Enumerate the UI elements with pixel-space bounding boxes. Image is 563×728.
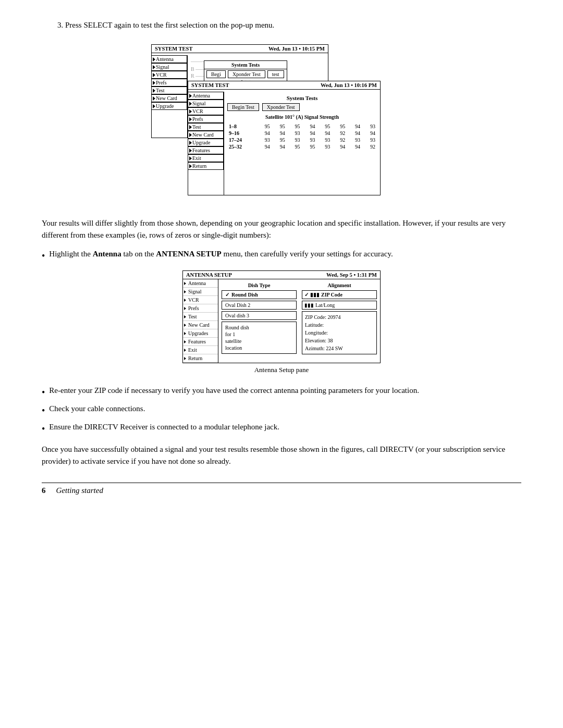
screenshot-area-1: SYSTEM TEST Wed, Jun 13 • 10:15 PM Anten… xyxy=(42,39,521,206)
range-9-16: 9–16 xyxy=(227,130,256,137)
antenna-content: Dish Type ✓ Round Dish Oval Dish 2 Oval … xyxy=(218,279,380,363)
para1: Your results will differ slightly from t… xyxy=(42,217,521,241)
lat-long-btn[interactable]: ▮▮▮ Lat/Long xyxy=(302,301,377,310)
bars-icon: ▮▮▮ xyxy=(310,292,320,298)
range-25-32: 25–32 xyxy=(227,143,256,150)
alignment-column: Alignment ✓ ▮▮▮ ZIP Code ▮▮▮ Lat/Long ZI… xyxy=(302,282,377,355)
ant-sidebar-antenna[interactable]: Antenna xyxy=(183,279,218,288)
lat-long-label: Lat/Long xyxy=(315,302,335,308)
bullet-item-zip: • Re-enter your ZIP code if necessary to… xyxy=(42,385,521,400)
bullet-section-2: • Re-enter your ZIP code if necessary to… xyxy=(42,385,521,436)
win2-sidebar-exit[interactable]: Exit xyxy=(188,154,224,162)
antenna-datetime: Wed, Sep 5 • 1:31 PM xyxy=(326,272,377,278)
ant-sidebar-prefs[interactable]: Prefs xyxy=(183,304,218,313)
ant-sidebar-signal[interactable]: Signal xyxy=(183,288,218,296)
bullet-text-directv: Ensure the DIRECTV Receiver is connected… xyxy=(49,421,279,433)
antenna-titlebar: ANTENNA SETUP Wed, Sep 5 • 1:31 PM xyxy=(183,271,380,279)
lat-long-bars-icon: ▮▮▮ xyxy=(304,302,314,308)
win1-sidebar-vcr[interactable]: VCR xyxy=(152,71,187,79)
round-dish-btn[interactable]: ✓ Round Dish xyxy=(222,290,297,299)
popup-btn-test[interactable]: test xyxy=(267,70,284,78)
win2-sidebar-test[interactable]: Test xyxy=(188,123,224,131)
win1-sidebar-antenna[interactable]: Antenna xyxy=(152,55,187,63)
ant-sidebar-test[interactable]: Test xyxy=(183,313,218,321)
win2-sidebar-newcard[interactable]: New Card xyxy=(188,131,224,139)
win2-content: System Tests Begin Test Xponder Test Sat… xyxy=(224,92,380,195)
win2-sidebar-signal[interactable]: Signal xyxy=(188,100,224,107)
ant-sidebar-vcr[interactable]: VCR xyxy=(183,296,218,304)
alignment-header: Alignment xyxy=(302,282,377,288)
ant-sidebar-return[interactable]: Return xyxy=(183,354,218,363)
popup-buttons: Begi Xponder Test test xyxy=(204,69,287,79)
screenshot-container-1: SYSTEM TEST Wed, Jun 13 • 10:15 PM Anten… xyxy=(146,39,417,206)
ant-sidebar-features[interactable]: Features xyxy=(183,338,218,346)
longitude-info: Longitude: xyxy=(305,329,374,337)
win2-sidebar: Antenna Signal VCR Prefs Test New Card U… xyxy=(188,92,224,170)
bullet-section-1: • Highlight the Antenna tab on the ANTEN… xyxy=(42,248,521,263)
signal-table: 1–8 95959594 95959493 9–16 94949394 9492… xyxy=(227,123,377,150)
win2-begin-test-btn[interactable]: Begin Test xyxy=(227,103,259,111)
oval-dish-2-label: Oval Dish 2 xyxy=(225,302,250,308)
bullet-item-directv: • Ensure the DIRECTV Receiver is connect… xyxy=(42,421,521,436)
win2-sidebar-vcr[interactable]: VCR xyxy=(188,107,224,115)
round-dish-label: Round Dish xyxy=(231,292,258,298)
table-row: 17–24 93959393 93929393 xyxy=(227,137,377,143)
antenna-body: Antenna Signal VCR Prefs Test New Card U… xyxy=(183,279,380,363)
latitude-info: Latitude: xyxy=(305,321,374,329)
zip-code-info: ZIP Code: 20974 xyxy=(305,313,374,321)
win1-sidebar-signal[interactable]: Signal xyxy=(152,63,187,71)
win2-titlebar: SYSTEM TEST Wed, Jun 13 • 10:16 PM xyxy=(188,81,380,90)
page-footer: 6 Getting started xyxy=(42,483,521,495)
win2-sidebar-antenna[interactable]: Antenna xyxy=(188,92,224,100)
bullet-dot-4: • xyxy=(42,422,45,436)
win1-sidebar-upgrade[interactable]: Upgrade xyxy=(152,102,187,110)
zip-check: ✓ xyxy=(304,292,309,298)
oval-dish-2-btn[interactable]: Oval Dish 2 xyxy=(222,301,297,310)
win2-content-title: System Tests xyxy=(227,95,377,101)
bullet-dot-3: • xyxy=(42,404,45,418)
antenna-sidebar: Antenna Signal VCR Prefs Test New Card U… xyxy=(183,279,218,363)
antenna-setup-window: ANTENNA SETUP Wed, Sep 5 • 1:31 PM Anten… xyxy=(182,270,381,363)
step3-text: 3. Press SELECT again to test the first … xyxy=(57,21,521,30)
win1-sidebar-test[interactable]: Test xyxy=(152,87,187,94)
info-box: ZIP Code: 20974 Latitude: Longitude: Ele… xyxy=(302,311,377,354)
win2-sidebar-prefs[interactable]: Prefs xyxy=(188,115,224,123)
table-row: 9–16 94949394 94929494 xyxy=(227,130,377,137)
popup-title: System Tests xyxy=(204,61,287,69)
azimuth-info: Azimuth: 224 SW xyxy=(305,344,374,352)
round-dish-satellite-btn[interactable]: Round dishfor 1satellitelocation xyxy=(222,322,297,354)
bullet-text-zip: Re-enter your ZIP code if necessary to v… xyxy=(49,385,419,397)
win1-sidebar-newcard[interactable]: New Card xyxy=(152,94,187,102)
zip-code-btn[interactable]: ✓ ▮▮▮ ZIP Code xyxy=(302,290,377,299)
win2-xponder-btn[interactable]: Xponder Test xyxy=(262,103,300,111)
zip-code-label: ZIP Code xyxy=(321,292,342,298)
antenna-title: ANTENNA SETUP xyxy=(186,272,232,278)
ant-sidebar-newcard[interactable]: New Card xyxy=(183,321,218,329)
page-number: 6 xyxy=(42,486,46,495)
bullet-text-cable: Check your cable connections. xyxy=(49,403,145,415)
ant-sidebar-exit[interactable]: Exit xyxy=(183,346,218,354)
win1-title: SYSTEM TEST xyxy=(155,46,192,52)
win2-datetime: Wed, Jun 13 • 10:16 PM xyxy=(321,82,377,88)
para2: Once you have successfully obtained a si… xyxy=(42,443,521,467)
popup-btn-begin[interactable]: Begi xyxy=(206,70,226,78)
oval-dish-3-btn[interactable]: Oval dish 3 xyxy=(222,311,297,320)
bullet-item-cable: • Check your cable connections. xyxy=(42,403,521,418)
bullet-text-1: Highlight the Antenna tab on the ANTENNA… xyxy=(49,248,393,260)
win1-datetime: Wed, Jun 13 • 10:15 PM xyxy=(268,46,325,52)
win1-sidebar: Antenna Signal VCR Prefs Test New Card U… xyxy=(152,55,187,110)
win2-sidebar-return[interactable]: Return xyxy=(188,162,224,170)
round-dish-check: ✓ xyxy=(225,292,229,298)
bold-antenna: Antenna xyxy=(93,250,121,258)
antenna-columns: Dish Type ✓ Round Dish Oval Dish 2 Oval … xyxy=(222,282,377,355)
win2-sidebar-features[interactable]: Features xyxy=(188,146,224,154)
ant-sidebar-upgrades[interactable]: Upgrades xyxy=(183,329,218,338)
signal-title: Satellite 101° (A) Signal Strength xyxy=(227,114,377,120)
antenna-caption: Antenna Setup pane xyxy=(254,366,309,374)
range-17-24: 17–24 xyxy=(227,137,256,143)
elevation-info: Elevation: 38 xyxy=(305,337,374,344)
win1-sidebar-prefs[interactable]: Prefs xyxy=(152,79,187,87)
win2-sidebar-upgrade[interactable]: Upgrade xyxy=(188,139,224,146)
popup-btn-xponder[interactable]: Xponder Test xyxy=(228,70,265,78)
antenna-setup-area: ANTENNA SETUP Wed, Sep 5 • 1:31 PM Anten… xyxy=(42,270,521,374)
